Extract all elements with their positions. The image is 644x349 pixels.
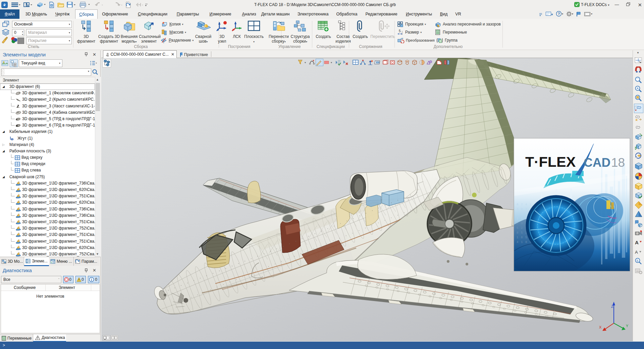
svg-text:Y: Y <box>626 324 629 328</box>
svg-text:A: A <box>635 240 639 245</box>
svg-text:3: 3 <box>521 212 523 216</box>
svg-text:4: 4 <box>525 203 527 206</box>
svg-text:3: 3 <box>517 208 518 211</box>
svg-text:5: 5 <box>399 29 401 33</box>
svg-text:7: 7 <box>521 203 523 206</box>
svg-text:7: 7 <box>525 208 527 211</box>
svg-text:6: 6 <box>517 212 518 216</box>
svg-text:Z: Z <box>611 304 613 308</box>
svg-text:0: 0 <box>525 212 527 216</box>
svg-text:1: 1 <box>530 203 531 206</box>
svg-text:0: 0 <box>521 208 523 211</box>
svg-text:A: A <box>635 250 638 255</box>
svg-text:?: ? <box>558 12 560 16</box>
svg-text:5: 5 <box>637 259 638 262</box>
svg-text:X: X <box>599 325 602 329</box>
svg-text:6: 6 <box>521 217 523 220</box>
svg-text:0: 0 <box>517 203 518 206</box>
svg-text:9: 9 <box>517 217 518 220</box>
svg-text:CAD: CAD <box>584 156 610 169</box>
svg-text:T·FLEX: T·FLEX <box>525 154 576 170</box>
svg-text:18: 18 <box>611 156 625 169</box>
